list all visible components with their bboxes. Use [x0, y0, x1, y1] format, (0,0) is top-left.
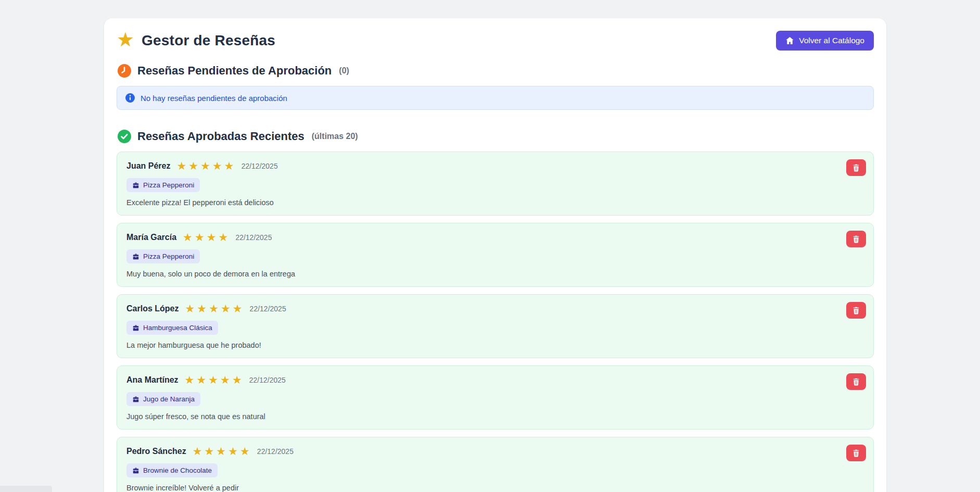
delete-review-button[interactable]	[846, 159, 866, 176]
star-icon: ★	[220, 374, 230, 385]
star-icon: ★	[240, 446, 250, 457]
briefcase-icon	[132, 467, 139, 474]
approved-reviews-list: Juan Pérez ★★★★★ 22/12/2025 Pizza Pepper…	[117, 152, 874, 492]
product-badge-label: Pizza Pepperoni	[143, 253, 194, 260]
star-icon: ★	[224, 160, 234, 171]
briefcase-icon	[132, 182, 139, 189]
review-card: Pedro Sánchez ★★★★★ 22/12/2025 Brownie d…	[117, 437, 874, 492]
approved-section-heading: Reseñas Aprobadas Recientes (últimas 20)	[118, 130, 873, 143]
star-icon: ★	[228, 446, 238, 457]
approved-section-title: Reseñas Aprobadas Recientes	[137, 130, 304, 143]
review-head: Juan Pérez ★★★★★ 22/12/2025	[126, 160, 864, 171]
trash-icon	[852, 235, 860, 243]
review-date: 22/12/2025	[249, 376, 286, 384]
star-icon: ★	[183, 232, 193, 243]
back-to-catalog-button[interactable]: Volver al Catálogo	[776, 31, 874, 51]
home-icon	[785, 36, 794, 45]
review-card: Juan Pérez ★★★★★ 22/12/2025 Pizza Pepper…	[117, 152, 874, 216]
trash-icon	[852, 307, 860, 314]
star-icon: ★	[193, 446, 202, 457]
star-icon: ★	[117, 30, 134, 49]
trash-icon	[852, 378, 860, 386]
delete-review-button[interactable]	[846, 302, 866, 319]
clock-icon	[118, 64, 131, 78]
reviewer-name: Carlos López	[126, 304, 179, 313]
review-card: Ana Martínez ★★★★★ 22/12/2025 Jugo de Na…	[117, 365, 874, 430]
star-icon: ★	[176, 160, 186, 171]
page-header: ★ Gestor de Reseñas Volver al Catálogo	[117, 31, 874, 51]
review-card: Carlos López ★★★★★ 22/12/2025 Hamburgues…	[117, 294, 874, 358]
star-icon: ★	[216, 446, 226, 457]
pending-count: (0)	[339, 66, 349, 75]
star-icon: ★	[200, 160, 210, 171]
delete-review-button[interactable]	[846, 445, 866, 461]
review-head: Pedro Sánchez ★★★★★ 22/12/2025	[126, 446, 864, 457]
product-badge: Brownie de Chocolate	[126, 463, 218, 477]
trash-icon	[852, 164, 860, 172]
star-icon: ★	[207, 232, 217, 243]
pending-section-heading: Reseñas Pendientes de Aprobación (0)	[118, 64, 873, 78]
star-icon: ★	[219, 232, 228, 243]
review-date: 22/12/2025	[250, 305, 286, 313]
check-circle-icon	[118, 130, 131, 143]
star-rating: ★★★★★	[176, 160, 234, 171]
product-badge-label: Jugo de Naranja	[143, 395, 195, 403]
approved-subtitle: (últimas 20)	[312, 132, 358, 141]
review-date: 22/12/2025	[257, 447, 294, 456]
reviewer-name: Pedro Sánchez	[126, 447, 186, 456]
star-icon: ★	[221, 303, 231, 314]
page-title: Gestor de Reseñas	[142, 32, 275, 49]
review-comment: Jugo súper fresco, se nota que es natura…	[126, 412, 864, 421]
review-date: 22/12/2025	[235, 233, 272, 242]
review-manager-panel: ★ Gestor de Reseñas Volver al Catálogo R…	[104, 18, 886, 492]
star-icon: ★	[197, 303, 207, 314]
briefcase-icon	[132, 324, 139, 332]
review-head: Ana Martínez ★★★★★ 22/12/2025	[126, 374, 864, 385]
star-icon: ★	[233, 303, 243, 314]
star-icon: ★	[205, 446, 214, 457]
review-card: María García ★★★★ 22/12/2025 Pizza Peppe…	[117, 223, 874, 287]
star-rating: ★★★★★	[185, 303, 242, 314]
pending-section-title: Reseñas Pendientes de Aprobación	[137, 64, 332, 78]
star-rating: ★★★★	[183, 232, 228, 243]
product-badge-label: Pizza Pepperoni	[143, 181, 194, 189]
product-badge: Jugo de Naranja	[126, 392, 200, 406]
product-badge: Pizza Pepperoni	[126, 249, 200, 263]
reviewer-name: María García	[126, 233, 176, 242]
product-badge: Pizza Pepperoni	[126, 178, 200, 192]
back-to-catalog-label: Volver al Catálogo	[799, 36, 864, 45]
delete-review-button[interactable]	[846, 231, 866, 247]
star-icon: ★	[185, 374, 195, 385]
review-head: Carlos López ★★★★★ 22/12/2025	[126, 303, 864, 314]
product-badge-label: Brownie de Chocolate	[143, 466, 212, 474]
no-pending-alert: No hay reseñas pendientes de aprobación	[117, 86, 874, 110]
review-head: María García ★★★★ 22/12/2025	[126, 232, 864, 243]
star-icon: ★	[208, 374, 218, 385]
star-rating: ★★★★★	[185, 374, 242, 385]
reviewer-name: Juan Pérez	[126, 161, 170, 171]
review-date: 22/12/2025	[241, 162, 278, 170]
review-comment: Brownie increíble! Volveré a pedir	[126, 484, 864, 492]
star-icon: ★	[185, 303, 195, 314]
trash-icon	[852, 449, 860, 457]
reviewer-name: Ana Martínez	[126, 375, 179, 385]
delete-review-button[interactable]	[846, 373, 866, 390]
review-comment: Excelente pizza! El pepperoni está delic…	[126, 198, 864, 207]
star-icon: ★	[212, 160, 222, 171]
review-comment: La mejor hamburguesa que he probado!	[126, 341, 864, 349]
briefcase-icon	[132, 396, 139, 403]
star-icon: ★	[195, 232, 205, 243]
product-badge-label: Hamburguesa Clásica	[143, 324, 212, 332]
review-comment: Muy buena, solo un poco de demora en la …	[126, 270, 864, 278]
browser-status-stub	[0, 486, 52, 492]
product-badge: Hamburguesa Clásica	[126, 321, 218, 335]
star-icon: ★	[196, 374, 206, 385]
info-icon	[125, 93, 135, 103]
no-pending-message: No hay reseñas pendientes de aprobación	[141, 94, 287, 103]
star-icon: ★	[209, 303, 219, 314]
star-icon: ★	[188, 160, 198, 171]
briefcase-icon	[132, 253, 139, 260]
star-rating: ★★★★★	[193, 446, 250, 457]
star-icon: ★	[232, 374, 242, 385]
